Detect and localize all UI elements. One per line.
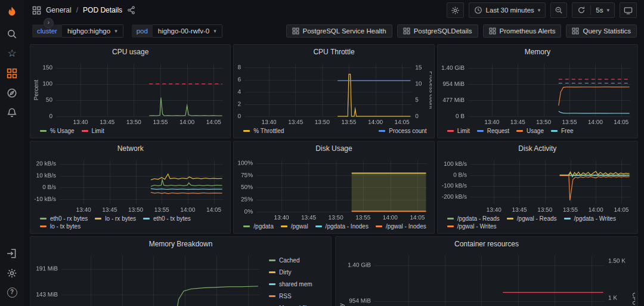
- legend-swatch: [243, 225, 250, 227]
- legend-item[interactable]: /pgwal - Reads: [507, 215, 557, 222]
- sidebar-expand-chevron-icon[interactable]: ›: [44, 18, 54, 28]
- disk-usage-chart[interactable]: [236, 156, 431, 222]
- disk-activity-chart[interactable]: [440, 156, 635, 214]
- clock-icon: [474, 6, 482, 14]
- legend-item[interactable]: eth0 - rx bytes: [40, 215, 88, 222]
- legend-swatch: [269, 271, 275, 273]
- legend-item[interactable]: shared mem: [269, 281, 312, 288]
- breadcrumb-folder[interactable]: General: [46, 6, 72, 14]
- chart-legend: CachedDirtyshared memRSSMapped file: [264, 251, 329, 306]
- panel-title[interactable]: Disk Usage: [234, 141, 434, 156]
- legend-item[interactable]: % Usage: [40, 128, 75, 134]
- legend-item[interactable]: Limit: [447, 128, 470, 134]
- alerting-bell-icon[interactable]: [0, 103, 24, 122]
- panel-title[interactable]: CPU Throttle: [234, 45, 434, 59]
- apps-grid-icon: [403, 27, 410, 35]
- dashboard-settings-button[interactable]: [447, 2, 464, 18]
- legend-item[interactable]: /pgwal - Writes: [447, 223, 497, 230]
- legend-swatch: [40, 225, 47, 227]
- legend-swatch: [281, 225, 287, 227]
- legend-swatch: [516, 130, 523, 132]
- dashboard-link-prometheus-alerts[interactable]: Prometheus Alerts: [483, 24, 562, 38]
- variable-pod-dropdown[interactable]: highgo-00-rwfv-0 ▾: [153, 24, 222, 38]
- legend-item[interactable]: /pgdata - Reads: [447, 215, 500, 222]
- search-icon[interactable]: [0, 24, 24, 44]
- legend-item[interactable]: Usage: [516, 128, 544, 134]
- panel-disk-activity: Disk Activity /pgdata - Reads/pgwal - Re…: [437, 141, 638, 234]
- cycle-view-button[interactable]: [620, 2, 637, 18]
- dashboard-link-postgresql-service-health[interactable]: PostgreSQL Service Health: [286, 24, 392, 38]
- legend-item[interactable]: % Throttled: [243, 128, 284, 134]
- variable-pod-label: pod: [132, 24, 153, 38]
- legend-item[interactable]: Limit: [82, 128, 104, 134]
- help-icon[interactable]: ?: [0, 283, 24, 302]
- grafana-logo[interactable]: [0, 4, 24, 21]
- legend-item[interactable]: Free: [551, 128, 574, 134]
- legend-item[interactable]: Dirty: [269, 269, 312, 276]
- legend-swatch: [379, 130, 385, 132]
- zoom-out-button[interactable]: [550, 2, 567, 18]
- legend-swatch: [477, 130, 484, 132]
- legend-item[interactable]: eth0 - tx bytes: [143, 215, 191, 222]
- chevron-down-icon: ▾: [606, 7, 609, 13]
- starred-icon[interactable]: ☆: [0, 44, 24, 63]
- memory-breakdown-chart[interactable]: [33, 251, 264, 306]
- legend-item[interactable]: /pgwal - Inodes: [376, 223, 426, 230]
- panel-title[interactable]: CPU usage: [30, 45, 230, 59]
- chevron-down-icon: ▾: [213, 28, 216, 34]
- legend-item[interactable]: Cached: [269, 257, 312, 264]
- tv-monitor-icon: [624, 6, 633, 15]
- dashboard-link-postgresqldetails[interactable]: PostgreSQLDetails: [397, 24, 478, 38]
- chart-legend: LimitRequestUsageFree: [440, 126, 635, 137]
- memory-chart[interactable]: [440, 59, 635, 126]
- refresh-interval-label: 5s: [596, 7, 603, 14]
- legend-swatch: [507, 218, 513, 220]
- legend-swatch: [40, 130, 47, 132]
- sign-in-icon[interactable]: [0, 243, 24, 263]
- legend-item[interactable]: Request: [477, 128, 509, 134]
- apps-grid-icon: [572, 27, 579, 35]
- panel-title[interactable]: Network: [30, 141, 230, 156]
- dashboard-link-query-statistics[interactable]: Query Statistics: [566, 24, 637, 38]
- panel-title[interactable]: Disk Activity: [438, 141, 637, 156]
- breadcrumb-dashboard[interactable]: POD Details: [83, 6, 122, 14]
- legend-swatch: [551, 130, 558, 132]
- legend-swatch: [376, 225, 382, 227]
- container-resources-chart[interactable]: [338, 251, 635, 306]
- share-icon[interactable]: [127, 6, 135, 14]
- legend-swatch: [143, 218, 150, 220]
- chart-legend: /pgdata - Reads/pgwal - Reads/pgdata - W…: [440, 214, 635, 232]
- legend-item[interactable]: RSS: [269, 293, 312, 299]
- grafana-flame-icon: [5, 5, 19, 20]
- panel-title[interactable]: Container resources: [336, 237, 637, 251]
- legend-item[interactable]: /pgdata - Writes: [564, 215, 616, 222]
- explore-compass-icon[interactable]: [0, 83, 24, 103]
- panel-title[interactable]: Memory: [438, 45, 637, 59]
- chevron-down-icon: ▾: [114, 28, 117, 34]
- legend-item[interactable]: Process count: [379, 128, 426, 134]
- panel-title[interactable]: Memory Breakdown: [30, 237, 331, 251]
- breadcrumb: General / POD Details: [32, 6, 135, 15]
- legend-swatch: [447, 130, 454, 132]
- zoom-out-icon: [555, 6, 563, 14]
- chart-legend: eth0 - rx byteslo - rx byteseth0 - tx by…: [33, 214, 228, 232]
- template-variables: cluster highgo:highgo ▾ pod highgo-00-rw…: [32, 24, 222, 38]
- time-range-picker[interactable]: Last 30 minutes ▾: [469, 2, 546, 18]
- cpu-throttle-chart[interactable]: [236, 59, 431, 126]
- legend-swatch: [40, 218, 47, 220]
- legend-item[interactable]: /pgdata - Inodes: [315, 223, 369, 230]
- legend-item[interactable]: lo - rx bytes: [95, 215, 136, 222]
- legend-item[interactable]: /pgdata: [243, 223, 273, 230]
- panel-memory: Memory LimitRequestUsageFree: [437, 44, 638, 138]
- network-chart[interactable]: [33, 156, 228, 214]
- legend-swatch: [315, 225, 322, 227]
- legend-item[interactable]: /pgwal: [281, 223, 308, 230]
- panel-container-resources: Container resources: [335, 236, 638, 306]
- variable-cluster-dropdown[interactable]: highgo:highgo ▾: [62, 24, 123, 38]
- nav-actions: Last 30 minutes ▾ 5s ▾: [447, 2, 637, 18]
- refresh-picker[interactable]: 5s ▾: [572, 2, 615, 18]
- cpu-usage-chart[interactable]: [33, 59, 228, 126]
- dashboards-icon[interactable]: [0, 63, 24, 83]
- settings-gear-icon[interactable]: [0, 263, 24, 283]
- legend-item[interactable]: lo - tx bytes: [40, 223, 80, 230]
